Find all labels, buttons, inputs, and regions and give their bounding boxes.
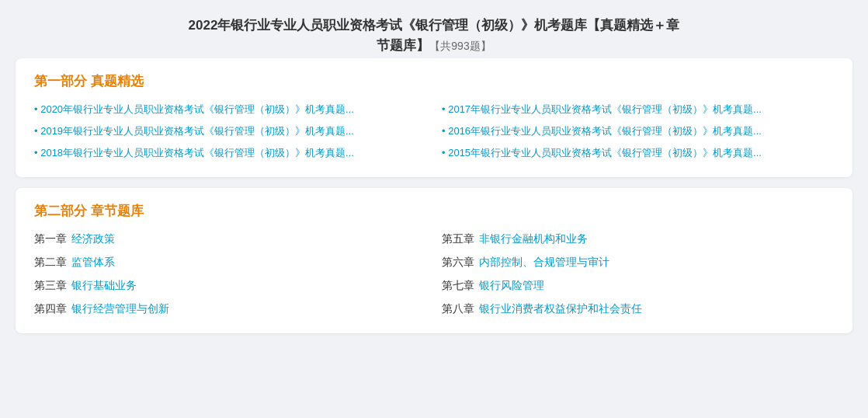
section2-card: 第二部分 章节题库 第一章经济政策第五章非银行金融机构和业务第二章监管体系第六章… bbox=[16, 188, 852, 333]
section1-link-item[interactable]: 2020年银行业专业人员职业资格考试《银行管理（初级）》机考真题... bbox=[34, 101, 426, 118]
chapter-item[interactable]: 第七章银行风险管理 bbox=[442, 277, 834, 294]
section1-link-item[interactable]: 2016年银行业专业人员职业资格考试《银行管理（初级）》机考真题... bbox=[442, 123, 834, 140]
chapter-name: 监管体系 bbox=[71, 256, 115, 268]
section1-title: 第一部分 真题精选 bbox=[34, 72, 834, 90]
chapter-item[interactable]: 第四章银行经营管理与创新 bbox=[34, 301, 426, 318]
chapter-item[interactable]: 第五章非银行金融机构和业务 bbox=[442, 231, 834, 248]
chapter-name: 内部控制、合规管理与审计 bbox=[479, 256, 609, 268]
chapter-label: 第七章 bbox=[442, 279, 474, 291]
chapter-name: 银行经营管理与创新 bbox=[71, 302, 169, 315]
chapter-label: 第一章 bbox=[34, 232, 67, 245]
page-count: 【共993题】 bbox=[429, 40, 491, 52]
chapter-item[interactable]: 第三章银行基础业务 bbox=[34, 277, 426, 294]
chapter-name: 银行业消费者权益保护和社会责任 bbox=[479, 302, 642, 315]
chapter-item[interactable]: 第二章监管体系 bbox=[34, 254, 426, 271]
chapter-item[interactable]: 第八章银行业消费者权益保护和社会责任 bbox=[442, 301, 834, 318]
chapter-label: 第六章 bbox=[442, 256, 474, 268]
chapter-name: 银行基础业务 bbox=[71, 279, 137, 291]
section2-chapter-grid: 第一章经济政策第五章非银行金融机构和业务第二章监管体系第六章内部控制、合规管理与… bbox=[34, 231, 834, 318]
chapter-label: 第五章 bbox=[442, 232, 474, 245]
section1-link-grid: 2020年银行业专业人员职业资格考试《银行管理（初级）》机考真题...2017年… bbox=[34, 101, 834, 162]
section1-link-item[interactable]: 2015年银行业专业人员职业资格考试《银行管理（初级）》机考真题... bbox=[442, 145, 834, 162]
page-title: 2022年银行业专业人员职业资格考试《银行管理（初级）》机考题库【真题精选＋章 … bbox=[16, 16, 852, 55]
chapter-label: 第四章 bbox=[34, 302, 67, 315]
section1-card: 第一部分 真题精选 2020年银行业专业人员职业资格考试《银行管理（初级）》机考… bbox=[16, 58, 852, 177]
chapter-label: 第二章 bbox=[34, 256, 67, 268]
chapter-name: 经济政策 bbox=[71, 232, 115, 245]
chapter-item[interactable]: 第一章经济政策 bbox=[34, 231, 426, 248]
chapter-name: 非银行金融机构和业务 bbox=[479, 232, 588, 245]
chapter-name: 银行风险管理 bbox=[479, 279, 544, 291]
section2-title: 第二部分 章节题库 bbox=[34, 202, 834, 220]
section1-link-item[interactable]: 2018年银行业专业人员职业资格考试《银行管理（初级）》机考真题... bbox=[34, 145, 426, 162]
chapter-item[interactable]: 第六章内部控制、合规管理与审计 bbox=[442, 254, 834, 271]
section1-link-item[interactable]: 2017年银行业专业人员职业资格考试《银行管理（初级）》机考真题... bbox=[442, 101, 834, 118]
chapter-label: 第八章 bbox=[442, 302, 474, 315]
chapter-label: 第三章 bbox=[34, 279, 67, 291]
section1-link-item[interactable]: 2019年银行业专业人员职业资格考试《银行管理（初级）》机考真题... bbox=[34, 123, 426, 140]
